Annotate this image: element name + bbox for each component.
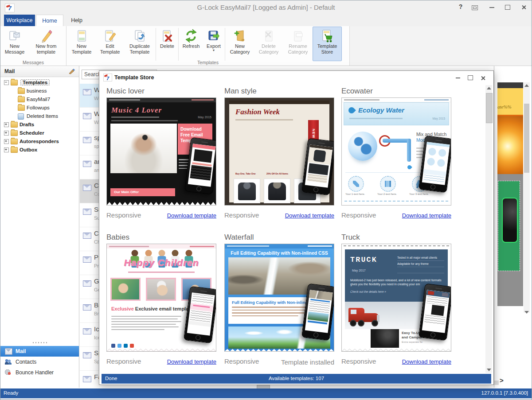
expander-icon[interactable] bbox=[4, 122, 9, 127]
delete-button[interactable]: Delete bbox=[156, 27, 178, 61]
envelope-icon bbox=[83, 376, 91, 382]
download-template-link[interactable]: Download template bbox=[402, 358, 451, 365]
template-thumbnail[interactable]: Ecology Water May 2015 Mix and MatchModu… bbox=[341, 97, 451, 206]
preview-pane: Date%% > bbox=[494, 66, 532, 388]
tab-home[interactable]: Home bbox=[36, 15, 63, 26]
dialog-title-bar[interactable]: 7 Template Store bbox=[99, 71, 493, 84]
download-template-link[interactable]: Download template bbox=[167, 212, 216, 219]
download-template-link[interactable]: Download template bbox=[167, 358, 216, 365]
new-message-button[interactable]: New Message bbox=[1, 27, 28, 61]
envelope-icon bbox=[83, 209, 91, 215]
template-thumbnail[interactable]: Fashion Week NEW Buy One, Take One 25% O… bbox=[224, 97, 334, 206]
scrollbar-thumb[interactable] bbox=[486, 93, 493, 123]
preview-scrollbar[interactable] bbox=[524, 82, 530, 313]
splitter-grip[interactable] bbox=[32, 342, 48, 344]
app-window: 7 G-Lock EasyMail7 [Logged as Admin] - D… bbox=[0, 0, 532, 400]
tab-workplace[interactable]: Workplace bbox=[4, 15, 35, 26]
next-arrow-icon[interactable]: > bbox=[500, 377, 504, 384]
tree-item-scheduler[interactable]: Scheduler bbox=[0, 129, 79, 137]
template-thumbnail[interactable]: TRUCK May 2017 Tested in all major email… bbox=[341, 244, 451, 352]
dialog-maximize-icon[interactable] bbox=[467, 74, 474, 81]
preview-hscrollbar[interactable] bbox=[494, 381, 499, 385]
envelope-icon bbox=[83, 233, 91, 239]
nav-item-mail[interactable]: Mail bbox=[0, 346, 79, 357]
envelope-icon bbox=[83, 185, 91, 191]
dialog-minimize-icon[interactable] bbox=[454, 74, 462, 81]
sidebar-title: Mail bbox=[4, 68, 15, 74]
export-button[interactable]: Export ▼ bbox=[203, 27, 224, 61]
responsive-badge: Responsive bbox=[341, 357, 376, 365]
preview-selected-block[interactable] bbox=[498, 181, 520, 271]
nav-item-contacts[interactable]: Contacts bbox=[0, 357, 79, 367]
tree-item-autoresponders[interactable]: Autoresponders bbox=[0, 137, 79, 146]
tree-item-easymail7[interactable]: EasyMail7 bbox=[0, 95, 79, 104]
help-button[interactable]: ? bbox=[456, 3, 465, 12]
tree-item-templates[interactable]: Templates bbox=[0, 78, 79, 87]
preview-header-bar bbox=[497, 82, 523, 88]
scrollbar-thumb[interactable] bbox=[524, 104, 529, 173]
template-store-icon bbox=[320, 29, 334, 43]
expander-icon[interactable] bbox=[4, 139, 9, 144]
refresh-button[interactable]: Refresh bbox=[179, 27, 203, 61]
minimize-icon[interactable] bbox=[488, 3, 495, 12]
responsive-badge: Responsive bbox=[106, 211, 141, 219]
new-template-icon bbox=[74, 29, 89, 43]
ribbon-group-templates: New Template Edit Template Duplicate Tem… bbox=[66, 26, 350, 66]
scroll-up-icon[interactable] bbox=[487, 87, 491, 89]
dialog-scrollbar[interactable] bbox=[485, 85, 492, 373]
envelope-icon bbox=[83, 137, 91, 143]
template-thumbnail[interactable]: Happy Children Exclusive Exclusive email… bbox=[106, 244, 216, 352]
dialog-close-icon[interactable] bbox=[479, 74, 486, 81]
responsive-badge: Responsive bbox=[224, 211, 259, 219]
template-name: Music lover bbox=[106, 87, 216, 97]
template-card-truck: Truck TRUCK May 2017 Tested in all major… bbox=[341, 233, 451, 366]
new-template-button[interactable]: New Template bbox=[67, 27, 96, 61]
preview-sunset-image bbox=[497, 116, 523, 174]
scroll-down-icon[interactable] bbox=[524, 311, 529, 314]
duplicate-template-button[interactable]: Duplicate Template bbox=[124, 27, 155, 61]
nav-item-bounce-handler[interactable]: Bounce Handler bbox=[0, 367, 79, 378]
folder-icon bbox=[11, 122, 18, 128]
envelope-icon bbox=[83, 113, 91, 119]
tab-help[interactable]: Help bbox=[64, 15, 89, 26]
ribbon: New Message New from template Messages N… bbox=[0, 26, 532, 66]
preview-selected-image[interactable] bbox=[502, 198, 518, 243]
responsive-badge: Responsive bbox=[106, 357, 141, 365]
fullscreen-icon[interactable] bbox=[471, 3, 478, 12]
twitter-icon bbox=[117, 344, 121, 348]
close-icon[interactable] bbox=[520, 3, 527, 12]
template-thumbnail[interactable]: Music 4 Lover May 2015 Download Free Ema… bbox=[106, 97, 216, 206]
tree-item-drafts[interactable]: Drafts bbox=[0, 120, 79, 129]
scroll-up-icon[interactable] bbox=[524, 84, 529, 87]
expander-icon[interactable] bbox=[4, 131, 9, 136]
thumb-photo bbox=[371, 329, 399, 348]
template-card-babies: Babies Happy Children Exclusive Exclusiv… bbox=[106, 233, 216, 366]
expander-icon[interactable] bbox=[4, 148, 9, 152]
dialog-app-icon: 7 bbox=[103, 74, 112, 82]
tree-item-business[interactable]: business bbox=[0, 87, 79, 95]
duplicate-template-icon bbox=[133, 29, 147, 43]
envelope-icon bbox=[83, 89, 91, 95]
new-category-button[interactable]: New Category bbox=[226, 27, 254, 61]
template-store-button[interactable]: Template Store bbox=[313, 27, 342, 61]
tree-item-outbox[interactable]: Outbox bbox=[0, 146, 79, 154]
scroll-down-icon[interactable] bbox=[487, 369, 491, 371]
googleplus-icon bbox=[130, 344, 134, 348]
contacts-icon bbox=[5, 359, 12, 365]
expander-icon[interactable] bbox=[4, 80, 9, 85]
tree-item-deleted-items[interactable]: Deleted Items bbox=[0, 112, 79, 120]
folder-icon bbox=[18, 105, 25, 111]
status-bar: Ready 127.0.0.1 [7.3.0.400] bbox=[0, 388, 532, 398]
download-template-link[interactable]: Download template bbox=[285, 212, 334, 219]
download-template-link[interactable]: Download template bbox=[402, 212, 451, 219]
dropdown-arrow-icon: ▼ bbox=[203, 49, 224, 52]
folder-icon bbox=[18, 88, 25, 94]
template-thumbnail[interactable]: Full Editing Capability with Non-inlined… bbox=[224, 244, 334, 352]
window-title: G-Lock EasyMail7 [Logged as Admin] - Def… bbox=[0, 4, 532, 11]
maximize-icon[interactable] bbox=[504, 3, 511, 12]
edit-template-button[interactable]: Edit Template bbox=[96, 27, 124, 61]
pen-icon[interactable] bbox=[68, 68, 75, 74]
tree-item-followups[interactable]: Followups bbox=[0, 104, 79, 112]
new-from-template-button[interactable]: New from template bbox=[28, 27, 64, 61]
sidebar: Mail TemplatesbusinessEasyMail7Followups… bbox=[0, 66, 79, 388]
